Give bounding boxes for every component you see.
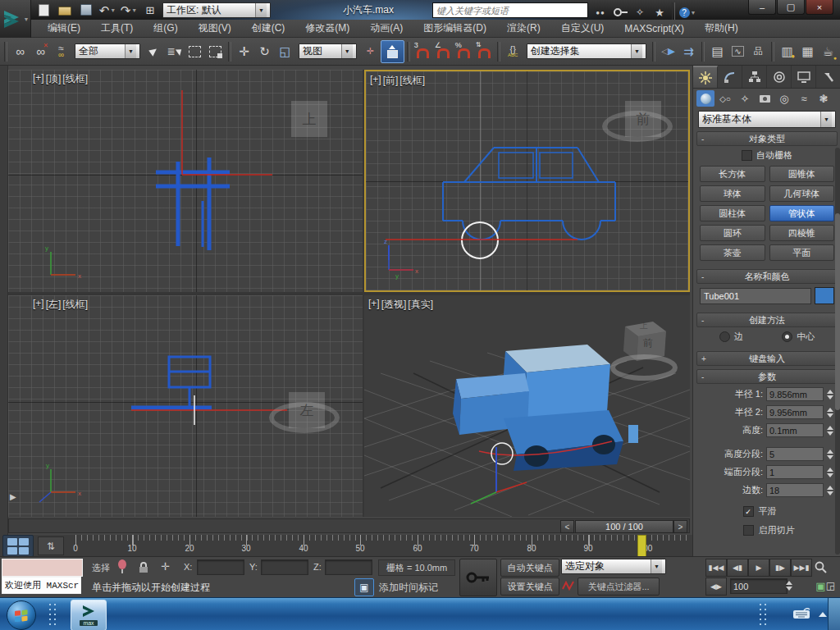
absolute-offset-mode-icon[interactable]: ✛ <box>161 560 170 573</box>
window-crossing-toggle[interactable] <box>205 40 226 63</box>
rectangular-selection-region-button[interactable] <box>185 40 205 63</box>
y-coordinate-field[interactable] <box>261 559 308 575</box>
viewport-menu-general[interactable]: [+] <box>33 298 44 312</box>
open-mini-curve-editor-button[interactable]: ⇅ <box>38 536 64 555</box>
communication-center-icon[interactable]: ✧ <box>630 5 650 20</box>
name-color-rollout-header[interactable]: - 名称和颜色 <box>696 269 838 284</box>
show-desktop-button[interactable] <box>828 598 840 630</box>
menu-rendering[interactable]: 渲染(R) <box>497 20 550 37</box>
menu-tools[interactable]: 工具(T) <box>91 20 143 37</box>
redo-dropdown-arrow-icon[interactable]: ▼ <box>131 7 137 13</box>
viewport-menu-shading[interactable]: [线框] <box>62 298 88 312</box>
chevron-down-icon[interactable]: ▼ <box>631 44 642 58</box>
viewport-menu-pov[interactable]: [左] <box>46 298 62 312</box>
select-and-scale-button[interactable]: ◱ <box>275 40 295 63</box>
lights-category-button[interactable]: ✧ <box>736 90 754 107</box>
maxscript-listener-line[interactable]: 欢迎使用 MAXScr <box>2 577 81 594</box>
box-button[interactable]: 长方体 <box>700 166 765 182</box>
selection-filter-dropdown[interactable]: 全部 ▼ <box>75 43 140 59</box>
expand-icon[interactable]: + <box>701 354 706 363</box>
select-object-button[interactable] <box>144 40 164 63</box>
favorites-star-icon[interactable]: ★ <box>650 5 669 20</box>
viewcube-ghost[interactable]: 左 <box>289 392 325 428</box>
reference-coordinate-dropdown[interactable]: 视图 ▼ <box>299 43 357 59</box>
tab-modify[interactable] <box>718 66 742 88</box>
bind-to-space-warp-button[interactable]: ≈∞ <box>51 40 71 63</box>
chevron-down-icon[interactable]: ▼ <box>341 44 353 58</box>
z-coordinate-field[interactable] <box>325 559 372 575</box>
keyboard-entry-rollout-header[interactable]: + 键盘输入 <box>696 351 838 366</box>
collapse-icon[interactable]: - <box>701 135 704 144</box>
help-icon[interactable]: ?▼ <box>678 5 697 20</box>
time-slider[interactable]: < 100 / 100 > <box>8 518 690 533</box>
viewport-layout-tabs-button[interactable] <box>2 535 34 557</box>
x-input[interactable] <box>198 560 244 574</box>
mirror-button[interactable]: ◁▶ <box>658 40 678 63</box>
align-button[interactable]: ⇉ <box>678 40 699 63</box>
sides-field[interactable]: 18 <box>766 483 824 497</box>
viewport-menu-pov[interactable]: [透视] <box>381 298 407 312</box>
shapes-category-button[interactable]: ◇○ <box>716 90 734 107</box>
menu-views[interactable]: 视图(V) <box>189 20 241 37</box>
set-keys-button[interactable] <box>459 559 497 596</box>
timeline-ruler[interactable]: 0 10 20 30 40 50 60 70 80 90 100 <box>70 535 690 556</box>
schematic-view-button[interactable]: 品 <box>748 40 769 63</box>
viewcube-ghost[interactable]: 前 <box>625 101 661 137</box>
radius1-field[interactable]: 9.856mm <box>766 387 824 401</box>
viewport-front[interactable]: 前 z x y [+] [前] [线框] <box>364 70 690 292</box>
tab-display[interactable] <box>792 66 816 88</box>
render-production-button[interactable]: ☕● <box>818 40 838 63</box>
tube-button[interactable]: 管状体 <box>769 205 835 221</box>
cap-segments-field[interactable]: 1 <box>766 465 824 479</box>
workspace-dropdown[interactable]: 工作区: 默认 ▼ <box>162 2 271 18</box>
object-name-field[interactable]: Tube001 <box>700 288 811 304</box>
menu-graph-editors[interactable]: 图形编辑器(D) <box>413 20 496 37</box>
maximize-viewport-toggle[interactable]: ◲ <box>822 578 839 594</box>
search-box[interactable] <box>432 2 588 18</box>
viewport-perspective[interactable]: 前 上 [+] [透视] [真实] <box>364 295 690 517</box>
maxscript-mini-listener[interactable] <box>2 559 83 577</box>
object-color-swatch[interactable] <box>815 287 834 304</box>
tab-hierarchy[interactable] <box>742 66 767 88</box>
next-frame-button[interactable]: > <box>673 520 687 533</box>
tab-create[interactable] <box>693 66 718 88</box>
edge-radio-option[interactable]: 边 <box>719 331 743 343</box>
x-coordinate-field[interactable] <box>197 559 244 575</box>
spinner-snap-toggle[interactable]: ⇅ <box>474 40 495 63</box>
auto-key-button[interactable]: 自动关键点 <box>500 559 559 577</box>
menu-edit[interactable]: 编辑(E) <box>38 20 90 37</box>
menu-group[interactable]: 组(G) <box>144 20 187 37</box>
viewport-menu-general[interactable]: [+] <box>33 72 44 86</box>
angle-snap-toggle[interactable]: ∠ <box>433 40 454 63</box>
layer-manager-button[interactable]: ▤ <box>707 40 728 63</box>
viewport-menu-pov[interactable]: [顶] <box>46 72 62 86</box>
sphere-button[interactable]: 球体 <box>700 185 765 202</box>
set-key-button[interactable]: 设置关键点 <box>500 578 559 596</box>
viewport-menu-general[interactable]: [+] <box>368 298 380 312</box>
zoom-icon[interactable] <box>812 559 829 575</box>
select-and-rotate-button[interactable]: ↻ <box>254 40 275 63</box>
height-segments-field[interactable]: 5 <box>766 447 824 461</box>
tab-motion[interactable] <box>767 66 792 88</box>
curve-editor-button[interactable]: ∿ <box>728 40 748 63</box>
menu-create[interactable]: 创建(C) <box>242 20 295 37</box>
frame-input[interactable] <box>731 579 787 593</box>
object-type-rollout-header[interactable]: - 对象类型 <box>696 131 838 146</box>
rendered-frame-window-button[interactable]: ▦ <box>797 40 818 63</box>
scrollbar-thumb[interactable] <box>835 213 840 410</box>
collapse-icon[interactable]: - <box>701 272 704 281</box>
unlink-selection-button[interactable]: ∞✕ <box>30 40 51 63</box>
chevron-down-icon[interactable]: ▼ <box>125 44 136 58</box>
viewport-menu-shading[interactable]: [线框] <box>62 72 88 86</box>
use-pivot-point-center-button[interactable] <box>381 40 404 63</box>
chevron-down-icon[interactable]: ▼ <box>820 112 832 127</box>
edge-radio[interactable] <box>719 331 730 342</box>
show-hidden-icons-arrow[interactable] <box>819 612 827 617</box>
edit-named-selection-sets-button[interactable]: {}ABC <box>503 40 523 63</box>
select-and-manipulate-button[interactable]: ✛ <box>360 40 381 63</box>
viewcube-top-face-label[interactable]: 上 <box>640 320 648 331</box>
tab-utilities[interactable] <box>816 66 840 88</box>
expand-panel-arrow-icon[interactable]: ▶ <box>10 492 16 501</box>
menu-help[interactable]: 帮助(H) <box>695 20 748 37</box>
viewcube-front-face-label[interactable]: 前 <box>643 336 653 350</box>
